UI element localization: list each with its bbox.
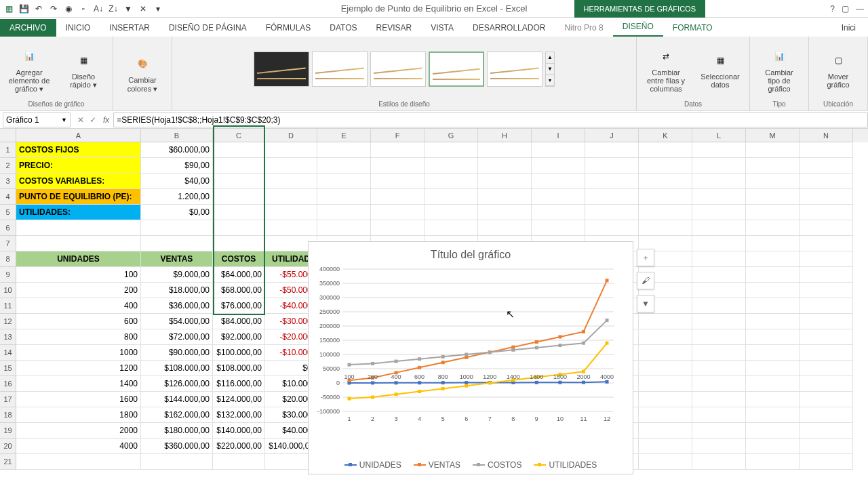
- cell[interactable]: [639, 423, 692, 439]
- col-header[interactable]: B: [141, 129, 213, 142]
- cell[interactable]: [213, 174, 265, 189]
- cell[interactable]: [746, 329, 800, 345]
- tab-vista[interactable]: VISTA: [421, 19, 463, 37]
- more-icon[interactable]: ▾: [152, 3, 164, 15]
- cell[interactable]: $108.000,00: [213, 361, 265, 376]
- cell[interactable]: [800, 345, 853, 361]
- cell[interactable]: [317, 220, 371, 236]
- cell[interactable]: [425, 142, 478, 158]
- row-header[interactable]: 11: [0, 298, 16, 314]
- cell[interactable]: $162.000,00: [141, 407, 213, 423]
- cell[interactable]: [317, 205, 371, 220]
- cell[interactable]: 1600: [16, 392, 141, 407]
- cell[interactable]: [16, 220, 141, 236]
- ribbon-options-icon[interactable]: ▢: [842, 4, 849, 14]
- cell[interactable]: [639, 205, 692, 220]
- row-header[interactable]: 20: [0, 439, 16, 454]
- row-header[interactable]: 10: [0, 283, 16, 298]
- cell[interactable]: [692, 189, 746, 205]
- cell[interactable]: [800, 142, 853, 158]
- cell[interactable]: [692, 298, 746, 314]
- cell[interactable]: $0,00: [141, 205, 213, 220]
- cell[interactable]: $116.000,00: [213, 376, 265, 392]
- cell[interactable]: [692, 283, 746, 298]
- cell[interactable]: $90.000,00: [141, 345, 213, 361]
- cell[interactable]: [692, 407, 746, 423]
- cell[interactable]: [371, 205, 425, 220]
- cell[interactable]: [639, 174, 692, 189]
- legend-item[interactable]: VENTAS: [414, 460, 460, 470]
- formula-input[interactable]: =SERIES(Hoja1!$C$8;;Hoja1!$C$9:$C$20;3): [113, 113, 868, 127]
- cell[interactable]: [692, 376, 746, 392]
- cell[interactable]: 1200: [16, 361, 141, 376]
- cell[interactable]: [800, 423, 853, 439]
- chart-elements-button[interactable]: ＋: [637, 249, 654, 266]
- cell[interactable]: [532, 142, 585, 158]
- cell[interactable]: PUNTO DE EQUILIBRIO (PE):: [16, 189, 141, 205]
- accept-formula-icon[interactable]: ✓: [90, 115, 96, 125]
- tab-insertar[interactable]: INSERTAR: [100, 19, 159, 37]
- cell[interactable]: [425, 189, 478, 205]
- cell[interactable]: [746, 283, 800, 298]
- quick-layout-button[interactable]: ▦ Diseño rápido ▾: [60, 48, 107, 90]
- redo-icon[interactable]: ↷: [47, 3, 60, 15]
- col-header[interactable]: J: [585, 129, 639, 142]
- col-header[interactable]: G: [425, 129, 478, 142]
- cell[interactable]: [800, 236, 853, 251]
- col-header[interactable]: F: [371, 129, 425, 142]
- cell[interactable]: [478, 142, 532, 158]
- row-header[interactable]: 15: [0, 361, 16, 376]
- embedded-chart[interactable]: Título del gráfico -100000-5000005000010…: [308, 241, 633, 474]
- cell[interactable]: [800, 205, 853, 220]
- cell[interactable]: [746, 439, 800, 454]
- change-colors-button[interactable]: 🎨 Cambiar colores ▾: [119, 52, 166, 94]
- cell[interactable]: [692, 267, 746, 283]
- cell[interactable]: [371, 189, 425, 205]
- cell[interactable]: 1.200,00: [141, 189, 213, 205]
- cell[interactable]: [746, 423, 800, 439]
- cell[interactable]: [639, 376, 692, 392]
- row-header[interactable]: 21: [0, 454, 16, 470]
- row-header[interactable]: 5: [0, 205, 16, 220]
- cell[interactable]: [800, 189, 853, 205]
- sort-asc-icon[interactable]: A↓: [92, 3, 104, 15]
- help-icon[interactable]: ?: [830, 4, 835, 14]
- cell[interactable]: [692, 220, 746, 236]
- cell[interactable]: [639, 314, 692, 329]
- chevron-down-icon[interactable]: ▼: [61, 117, 67, 123]
- cell[interactable]: [213, 142, 265, 158]
- cell[interactable]: [746, 205, 800, 220]
- cell[interactable]: [639, 345, 692, 361]
- camera-icon[interactable]: ◉: [62, 3, 75, 15]
- cell[interactable]: 2000: [16, 423, 141, 439]
- filter-icon[interactable]: ▼: [122, 3, 134, 15]
- cell[interactable]: 1000: [16, 345, 141, 361]
- row-header[interactable]: 8: [0, 251, 16, 267]
- cell[interactable]: [317, 142, 371, 158]
- cell[interactable]: $18.000,00: [141, 283, 213, 298]
- tab-inicio[interactable]: INICIO: [56, 19, 100, 37]
- tab-diseno-pagina[interactable]: DISEÑO DE PÁGINA: [159, 19, 256, 37]
- cell[interactable]: [800, 251, 853, 267]
- cell[interactable]: COSTOS VARIABLES:: [16, 174, 141, 189]
- col-header[interactable]: H: [478, 129, 532, 142]
- cell[interactable]: $100.000,00: [213, 345, 265, 361]
- name-box[interactable]: Gráfico 1▼: [3, 113, 71, 127]
- chart-style-4[interactable]: [429, 52, 484, 87]
- cell[interactable]: [532, 158, 585, 174]
- cell[interactable]: $132.000,00: [213, 407, 265, 423]
- switch-row-col-button[interactable]: ⇄ Cambiar entre filas y columnas: [642, 44, 690, 94]
- row-header[interactable]: 16: [0, 376, 16, 392]
- tab-diseno[interactable]: DISEÑO: [613, 18, 663, 37]
- cell[interactable]: [692, 361, 746, 376]
- change-chart-type-button[interactable]: 📊 Cambiar tipo de gráfico: [755, 44, 803, 94]
- col-header[interactable]: K: [639, 129, 692, 142]
- cancel-formula-icon[interactable]: ✕: [77, 115, 84, 125]
- cell[interactable]: [213, 454, 265, 470]
- cell[interactable]: [800, 220, 853, 236]
- tab-archivo[interactable]: ARCHIVO: [0, 19, 56, 37]
- cell[interactable]: [800, 283, 853, 298]
- sort-desc-icon[interactable]: Z↓: [107, 3, 119, 15]
- cell[interactable]: [692, 236, 746, 251]
- cell[interactable]: [800, 439, 853, 454]
